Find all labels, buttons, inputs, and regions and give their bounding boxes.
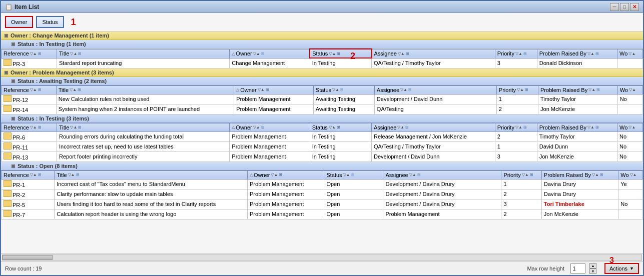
table-row[interactable]: PR-5 Users finding it too hard to read s… [2,199,643,209]
fi-b5[interactable]: ⊞ [417,172,421,177]
si-b7[interactable]: ▽▲ [592,172,599,177]
si-5[interactable]: ▽▲ [400,88,407,92]
table-row[interactable]: PR-7 Calculation report header is using … [2,209,643,219]
si-1[interactable]: ▽▲ [30,88,37,92]
si-3a[interactable]: △ [236,88,239,92]
fi-a3[interactable]: ⊞ [261,125,265,130]
fi-b4[interactable]: ⊞ [351,172,355,177]
si-a8[interactable]: ▽▲ [628,125,635,130]
group-header-change-management[interactable]: ▣ Owner : Change Management (1 item) [1,32,643,40]
si-6[interactable]: ▽▲ [517,88,524,92]
si-a3[interactable]: ▽▲ [253,125,260,130]
sort-icon-owner-up[interactable]: △ [232,52,235,56]
filter-icon-prb[interactable]: ⊞ [595,52,599,56]
fi-2[interactable]: ⊞ [78,88,81,92]
fi-b1[interactable]: ⊞ [38,172,42,177]
si-a1[interactable]: ▽▲ [30,125,37,130]
owner-button[interactable]: Owner [5,16,33,28]
collapse-icon-cm-it[interactable]: ▣ [11,42,16,46]
spinner-down-button[interactable]: ▼ [589,268,596,274]
sort-icon-assignee[interactable]: ▽▲ [398,52,405,56]
fi-a4[interactable]: ⊞ [337,125,340,130]
table-row[interactable]: PR-14 System hanging when 2 instances of… [2,104,643,114]
status-header-pm-intesting[interactable]: ▣ Status : In Testing (3 items) [1,114,643,123]
si-4[interactable]: ▽▲ [332,88,339,92]
horizontal-scrollbar[interactable] [2,254,642,260]
table-row[interactable]: PR-12 New Calculation rules not being us… [2,94,643,104]
si-a3a[interactable]: △ [232,125,235,130]
si-a4[interactable]: ▽▲ [329,125,336,130]
collapse-icon-pm[interactable]: ▣ [4,70,9,75]
fi-5[interactable]: ⊞ [408,88,412,92]
collapse-icon-pm-it[interactable]: ▣ [11,116,16,121]
fi-3[interactable]: ⊞ [266,88,269,92]
table-row[interactable]: PR-2 Clarity performance: slow to update… [2,189,643,199]
fi-b2[interactable]: ⊞ [76,172,80,177]
cell-priority: 2 [496,104,538,114]
spinner-up-button[interactable]: ▲ [589,263,596,268]
si-a5[interactable]: ▽▲ [397,125,404,130]
sort-icon-ref[interactable]: ▽▲ [30,52,37,56]
fi-7[interactable]: ⊞ [596,88,600,92]
fi-a1[interactable]: ⊞ [38,125,42,130]
si-a2[interactable]: ▽▲ [70,125,77,130]
cell-ref: PR-13 [2,152,57,162]
si-8[interactable]: ▽▲ [629,88,636,92]
fi-a7[interactable]: ⊞ [595,125,599,130]
table-row[interactable]: PR-1 Incorrect cast of "Tax codes" menu … [2,179,643,189]
status-header-cm-intesting[interactable]: ▣ Status : In Testing (1 item) [1,40,643,48]
collapse-icon-pm-op[interactable]: ▣ [11,164,16,168]
si-b3[interactable]: ▽▲ [271,172,278,177]
si-3[interactable]: ▽▲ [258,88,265,92]
sort-icon-title[interactable]: ▽▲ [70,52,77,56]
filter-icon-priority[interactable]: ⊞ [523,52,527,56]
fi-a2[interactable]: ⊞ [78,125,82,130]
filter-icon-ref[interactable]: ⊞ [38,52,42,56]
si-2[interactable]: ▽▲ [70,88,77,92]
si-b4[interactable]: ▽▲ [343,172,350,177]
filter-icon-title[interactable]: ⊞ [78,52,82,56]
sort-icon-status[interactable]: ▽▲ [329,52,336,56]
fi-1[interactable]: ⊞ [38,88,42,92]
sort-icon-owner[interactable]: ▽▲ [253,52,260,56]
si-b8[interactable]: ▽▲ [630,172,637,177]
status-header-pm-open[interactable]: ▣ Status : Open (8 items) [1,162,643,170]
fi-b6[interactable]: ⊞ [530,172,533,177]
si-b3a[interactable]: △ [250,172,253,177]
sort-icon-wo[interactable]: ▽▲ [628,52,635,56]
si-b2[interactable]: ▽▲ [68,172,75,177]
filter-icon-assignee[interactable]: ⊞ [406,52,409,56]
si-a6[interactable]: ▽▲ [515,125,522,130]
status-button[interactable]: Status [36,16,64,28]
minimize-button[interactable]: ─ [610,3,619,11]
group-header-problem-management[interactable]: ▣ Owner : Problem Management (3 items) [1,68,643,77]
si-b6[interactable]: ▽▲ [522,172,529,177]
si-a7[interactable]: ▽▲ [587,125,594,130]
filter-icon-owner[interactable]: ⊞ [261,52,265,56]
fi-6[interactable]: ⊞ [525,88,528,92]
table-row[interactable]: PR-11 Incorrect rates set up, need to us… [2,142,643,152]
si-b1[interactable]: ▽▲ [30,172,37,177]
si-7[interactable]: ▽▲ [588,88,595,92]
fi-b7[interactable]: ⊞ [600,172,603,177]
table-row[interactable]: PR-13 Report footer printing incorrectly… [2,152,643,162]
scrollable-content[interactable]: ▣ Owner : Change Management (1 item) ▣ S… [1,32,643,253]
filter-icon-status[interactable]: ⊞ [337,52,340,56]
sort-icon-priority[interactable]: ▽▲ [515,52,522,56]
table-row[interactable]: PR-3 Stardard report truncating Change M… [2,58,643,68]
horizontal-scrollbar-area [1,253,643,261]
fi-4[interactable]: ⊞ [340,88,344,92]
fi-b3[interactable]: ⊞ [279,172,282,177]
fi-a5[interactable]: ⊞ [405,125,409,130]
close-button[interactable]: ✕ [630,3,639,11]
status-header-pm-awaiting[interactable]: ▣ Status : Awaiting Testing (2 items) [1,77,643,86]
max-row-height-input[interactable] [570,264,585,274]
scrollbar-thumb[interactable] [3,255,53,260]
collapse-icon-pm-at[interactable]: ▣ [11,78,16,84]
fi-a6[interactable]: ⊞ [523,125,527,130]
maximize-button[interactable]: □ [620,3,629,11]
sort-icon-prb[interactable]: ▽▲ [587,52,594,56]
table-row[interactable]: PR-6 Rounding errors during calculating … [2,132,643,142]
collapse-icon-cm[interactable]: ▣ [4,33,9,38]
si-b5[interactable]: ▽▲ [409,172,416,177]
